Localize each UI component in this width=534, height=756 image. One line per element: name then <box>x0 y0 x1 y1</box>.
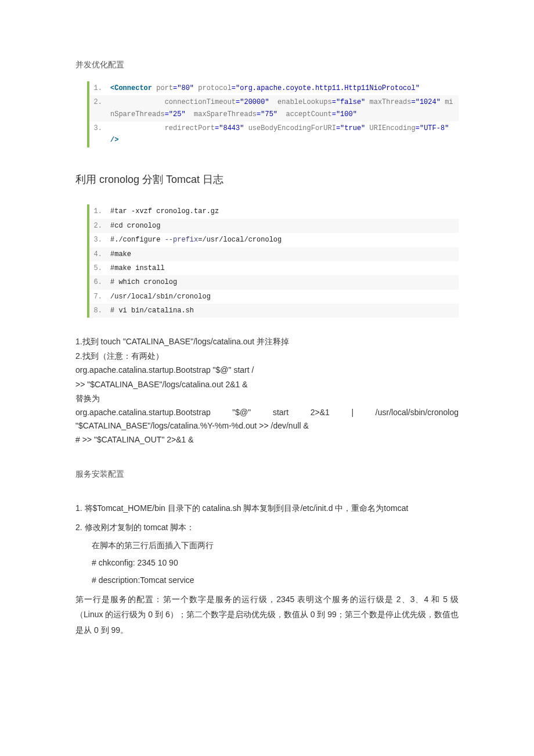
line-number: 8. <box>89 304 107 318</box>
code-line: 1. #tar -xvzf cronolog.tar.gz <box>89 204 459 218</box>
line-number: 2. <box>89 219 107 233</box>
section-title-concurrency: 并发优化配置 <box>75 58 459 72</box>
code-line: 3. #./configure --prefix=/usr/local/cron… <box>89 233 459 247</box>
line-content: #make install <box>107 261 459 275</box>
code-block-connector: 1. <Connector port="80" protocol="org.ap… <box>87 81 459 147</box>
line-content: connectionTimeout="20000" enableLookups=… <box>107 95 459 121</box>
paragraph: >> "$CATALINA_BASE"/logs/catalina.out 2&… <box>75 378 459 391</box>
line-number: 5. <box>89 261 107 275</box>
paragraph: 1.找到 touch "CATALINA_BASE"/logs/catalina… <box>75 335 459 348</box>
line-number: 4. <box>89 247 107 261</box>
line-number: 6. <box>89 275 107 289</box>
paragraph: org.apache.catalina.startup.Bootstrap "$… <box>75 363 459 376</box>
code-line: 7. /usr/local/sbin/cronolog <box>89 290 459 304</box>
paragraph: # chkconfig: 2345 10 90 <box>75 556 459 569</box>
code-line: 1. <Connector port="80" protocol="org.ap… <box>89 81 459 95</box>
paragraph: # >> "$CATALINA_OUT" 2>&1 & <box>75 433 459 446</box>
paragraph: 在脚本的第三行后面插入下面两行 <box>75 539 459 552</box>
section-title-cronolog: 利用 cronolog 分割 Tomcat 日志 <box>75 171 459 189</box>
line-number: 1. <box>89 204 107 218</box>
paragraph: 第一行是服务的配置：第一个数字是服务的运行级，2345 表明这个服务的运行级是 … <box>75 592 459 638</box>
line-content: #tar -xvzf cronolog.tar.gz <box>107 204 459 218</box>
paragraph: 2. 修改刚才复制的 tomcat 脚本： <box>75 521 459 534</box>
paragraph: # description:Tomcat service <box>75 574 459 586</box>
code-line: 8. # vi bin/catalina.sh <box>89 304 459 318</box>
paragraph: org.apache.catalina.startup.Bootstrap "$… <box>75 406 459 432</box>
line-content: # vi bin/catalina.sh <box>107 304 459 318</box>
code-line: 4. #make <box>89 247 459 261</box>
section-title-service: 服务安装配置 <box>75 467 459 481</box>
code-line: 2. connectionTimeout="20000" enableLooku… <box>89 95 459 121</box>
line-content: <Connector port="80" protocol="org.apach… <box>107 81 459 95</box>
line-content: #cd cronolog <box>107 219 459 233</box>
paragraph: 1. 将$Tomcat_HOME/bin 目录下的 catalina.sh 脚本… <box>75 499 459 517</box>
line-number: 3. <box>89 121 107 135</box>
line-content: /usr/local/sbin/cronolog <box>107 290 459 304</box>
code-line: 2. #cd cronolog <box>89 219 459 233</box>
line-content: #./configure --prefix=/usr/local/cronolo… <box>107 233 459 247</box>
code-line: 5. #make install <box>89 261 459 275</box>
line-number: 3. <box>89 233 107 247</box>
code-line: 6. # which cronolog <box>89 275 459 289</box>
paragraph: 替换为 <box>75 392 459 405</box>
code-block-cronolog: 1. #tar -xvzf cronolog.tar.gz 2. #cd cro… <box>87 204 459 318</box>
paragraph: 2.找到（注意：有两处） <box>75 350 459 362</box>
line-content: # which cronolog <box>107 275 459 289</box>
line-content: #make <box>107 247 459 261</box>
line-content: redirectPort="8443" useBodyEncodingForUR… <box>107 121 459 147</box>
line-number: 7. <box>89 290 107 304</box>
line-number: 1. <box>89 81 107 95</box>
code-line: 3. redirectPort="8443" useBodyEncodingFo… <box>89 121 459 147</box>
line-number: 2. <box>89 95 107 109</box>
